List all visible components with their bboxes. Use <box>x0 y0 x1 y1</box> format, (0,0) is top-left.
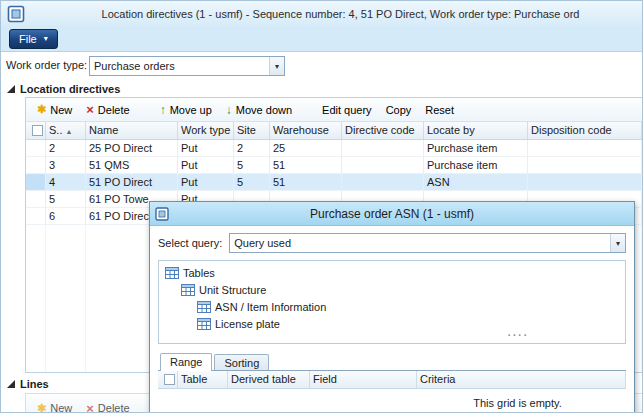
cell-warehouse[interactable]: 51 <box>270 174 342 190</box>
row-selector[interactable] <box>26 191 46 207</box>
dialog-titlebar[interactable]: Purchase order ASN (1 - usmf) <box>150 202 634 226</box>
cell-name[interactable]: 25 PO Direct <box>86 140 178 156</box>
cell-sequence[interactable]: 5 <box>46 191 86 207</box>
table-row[interactable]: 2 25 PO Direct Put 2 25 Purchase item <box>26 140 642 157</box>
lines-delete-button[interactable]: × Delete <box>79 400 136 413</box>
section-expand-icon[interactable] <box>7 85 15 93</box>
table-row-selected[interactable]: 4 51 PO Direct Put 5 51 ASN <box>26 174 642 191</box>
table-row[interactable]: 3 51 QMS Put 5 51 Purchase item <box>26 157 642 174</box>
tree-item-label: Unit Structure <box>199 284 266 296</box>
section-header-lines[interactable]: Lines <box>7 378 49 390</box>
cell-sequence[interactable]: 4 <box>46 174 86 190</box>
column-label: Name <box>89 124 118 136</box>
edit-query-button[interactable]: Edit query <box>315 102 379 118</box>
tab-range[interactable]: Range <box>160 353 212 371</box>
column-header-disposition-code[interactable]: Disposition code <box>528 122 642 139</box>
tree-item-asn-item-information[interactable]: ASN / Item Information <box>159 298 625 315</box>
select-query-value: Query used <box>230 234 610 252</box>
cell-warehouse[interactable]: 51 <box>270 157 342 173</box>
cell-sequence[interactable]: 2 <box>46 140 86 156</box>
column-header-derived-table[interactable]: Derived table <box>228 371 310 388</box>
file-menu-label: File <box>19 33 37 45</box>
select-all-checkbox[interactable] <box>164 374 175 385</box>
tree-item-tables[interactable]: Tables <box>159 264 625 281</box>
new-button[interactable]: ✱ New <box>30 102 79 118</box>
section-expand-icon[interactable] <box>7 380 15 388</box>
cell-directive-code[interactable] <box>342 157 424 173</box>
row-selector[interactable] <box>26 140 46 156</box>
column-header-table[interactable]: Table <box>178 371 228 388</box>
column-header-locate-by[interactable]: Locate by <box>424 122 528 139</box>
cell-work-type[interactable]: Put <box>178 174 234 190</box>
chevron-down-icon: ▾ <box>610 234 625 252</box>
cell-directive-code[interactable] <box>342 140 424 156</box>
section-title: Lines <box>20 378 49 390</box>
column-label: S.. <box>49 124 62 136</box>
cell-locate-by[interactable]: Purchase item <box>424 157 528 173</box>
filler-cell <box>46 225 86 372</box>
column-header-sequence[interactable]: S..▲ <box>46 122 86 139</box>
column-header-warehouse[interactable]: Warehouse <box>270 122 342 139</box>
cell-sequence[interactable]: 3 <box>46 157 86 173</box>
cell-locate-by[interactable]: ASN <box>424 174 528 190</box>
dialog-purchase-order-asn: Purchase order ASN (1 - usmf) Select que… <box>149 201 635 413</box>
select-all-cell <box>26 122 46 139</box>
table-icon <box>181 284 195 296</box>
sort-asc-icon: ▲ <box>65 128 72 135</box>
cell-disposition-code[interactable] <box>528 157 642 173</box>
cell-locate-by[interactable]: Purchase item <box>424 140 528 156</box>
delete-button[interactable]: × Delete <box>79 101 136 118</box>
column-header-field[interactable]: Field <box>310 371 417 388</box>
filler-cell <box>26 225 46 372</box>
work-order-type-value: Purchase orders <box>90 57 269 75</box>
section-header-location-directives[interactable]: Location directives <box>7 83 120 95</box>
table-icon <box>165 267 179 279</box>
delete-icon: × <box>86 103 94 116</box>
move-down-button[interactable]: ↓ Move down <box>219 102 299 118</box>
column-label: Work type <box>181 124 230 136</box>
cell-directive-code[interactable] <box>342 174 424 190</box>
cell-work-type[interactable]: Put <box>178 140 234 156</box>
work-order-type-select[interactable]: Purchase orders ▾ <box>89 56 285 76</box>
column-label: Table <box>181 373 207 385</box>
splitter-grip-icon[interactable]: ···· <box>508 331 529 341</box>
column-header-criteria[interactable]: Criteria <box>417 371 626 388</box>
file-menu-button[interactable]: File ▾ <box>9 29 58 49</box>
delete-icon: × <box>86 402 94 413</box>
lines-new-button[interactable]: ✱ New <box>30 400 79 413</box>
cell-name[interactable]: 51 QMS <box>86 157 178 173</box>
column-header-site[interactable]: Site <box>234 122 270 139</box>
move-up-button[interactable]: ↑ Move up <box>153 102 219 118</box>
select-query-select[interactable]: Query used ▾ <box>229 233 626 253</box>
cell-site[interactable]: 5 <box>234 174 270 190</box>
reset-label: Reset <box>425 104 454 116</box>
cell-site[interactable]: 2 <box>234 140 270 156</box>
tab-label: Sorting <box>224 357 259 369</box>
column-header-directive-code[interactable]: Directive code <box>342 122 424 139</box>
copy-button[interactable]: Copy <box>379 102 419 118</box>
column-header-name[interactable]: Name <box>86 122 178 139</box>
tree-item-license-plate[interactable]: License plate <box>159 315 625 332</box>
cell-disposition-code[interactable] <box>528 140 642 156</box>
app-icon[interactable] <box>7 5 25 23</box>
row-selector[interactable] <box>26 157 46 173</box>
row-selector[interactable] <box>26 208 46 224</box>
select-all-cell <box>158 371 178 388</box>
cell-name[interactable]: 51 PO Direct <box>86 174 178 190</box>
reset-button[interactable]: Reset <box>418 102 461 118</box>
column-header-work-type[interactable]: Work type <box>178 122 234 139</box>
cell-warehouse[interactable]: 25 <box>270 140 342 156</box>
edit-query-label: Edit query <box>322 104 372 116</box>
tree-item-unit-structure[interactable]: Unit Structure <box>159 281 625 298</box>
cell-disposition-code[interactable] <box>528 174 642 190</box>
select-all-checkbox[interactable] <box>32 125 43 136</box>
cell-work-type[interactable]: Put <box>178 157 234 173</box>
cell-site[interactable]: 5 <box>234 157 270 173</box>
column-label: Locate by <box>427 124 475 136</box>
cell-sequence[interactable]: 6 <box>46 208 86 224</box>
move-down-label: Move down <box>236 104 292 116</box>
tab-sorting[interactable]: Sorting <box>214 354 269 370</box>
row-selector[interactable] <box>26 174 46 190</box>
move-up-label: Move up <box>170 104 212 116</box>
table-icon <box>197 318 211 330</box>
